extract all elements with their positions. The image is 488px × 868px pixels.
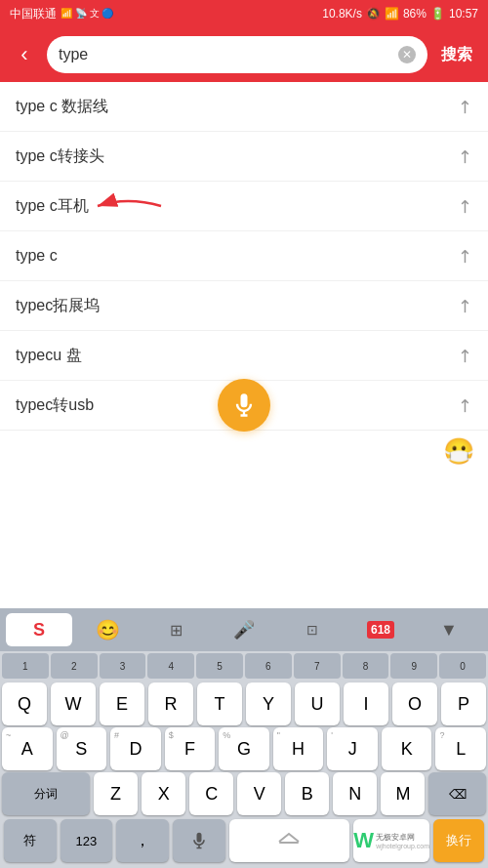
suggestion-item[interactable]: typec转usb ↗: [0, 381, 488, 430]
key-u[interactable]: U: [295, 682, 340, 725]
suggestion-item-annotated[interactable]: type c耳机 ↗: [0, 182, 488, 231]
618-label: 618: [367, 621, 394, 639]
key-z[interactable]: Z: [94, 772, 138, 815]
num-key-0[interactable]: 0: [439, 653, 486, 679]
status-right: 10.8K/s 🔕 📶 86% 🔋 10:57: [322, 7, 478, 21]
num-key-7[interactable]: 7: [294, 653, 341, 679]
suggestion-item[interactable]: type c转接头 ↗: [0, 132, 488, 182]
key-p[interactable]: P: [441, 682, 486, 725]
suggestion-item[interactable]: type c ↗: [0, 231, 488, 281]
enter-key[interactable]: 换行: [433, 819, 484, 862]
key-row-3: 分词 Z X C V B N M ⌫: [2, 772, 486, 815]
suggestions-list: type c 数据线 ↗ type c转接头 ↗ type c耳机 ↗ type…: [0, 82, 488, 431]
arrow-icon: ↗: [452, 393, 477, 418]
space-icon: [277, 832, 301, 849]
618-button[interactable]: 618: [347, 613, 414, 646]
signal-bar: 📶: [385, 7, 399, 21]
key-g[interactable]: %G: [219, 727, 269, 770]
comma-key[interactable]: ，: [116, 819, 169, 862]
key-c[interactable]: C: [189, 772, 233, 815]
apps-button[interactable]: ⊡: [279, 613, 346, 646]
key-k[interactable]: K: [382, 727, 432, 770]
suggestion-item[interactable]: typecu 盘 ↗: [0, 331, 488, 381]
num-key-5[interactable]: 5: [196, 653, 243, 679]
search-bar: ‹ ✕ 搜索: [0, 27, 488, 82]
suggestion-text: type c耳机: [16, 196, 89, 217]
symbol-key[interactable]: 符: [4, 819, 57, 862]
key-n[interactable]: N: [333, 772, 377, 815]
watermark-text: 无极安卓网 wjhotelgroup.com: [376, 832, 429, 849]
key-s[interactable]: @S: [57, 727, 107, 770]
num-key-2[interactable]: 2: [51, 653, 98, 679]
space-key[interactable]: [229, 819, 350, 862]
search-button[interactable]: 搜索: [435, 41, 478, 69]
num-key-3[interactable]: 3: [100, 653, 146, 679]
key-h[interactable]: "H: [273, 727, 324, 770]
clear-button[interactable]: ✕: [398, 46, 416, 63]
network-speed: 10.8K/s: [322, 7, 362, 21]
shift-key[interactable]: 分词: [2, 772, 90, 815]
main-key-area: Q W E R T Y U I O P ~A @S #D $F %G "H 'J…: [0, 681, 488, 817]
bottom-row: 符 123 ， W 无极安卓网 wjhotelgroup.com 换行: [0, 817, 488, 868]
key-row-1: Q W E R T Y U I O P: [2, 682, 486, 725]
carrier-label: 中国联通: [10, 6, 57, 22]
suggestion-text: type c 数据线: [16, 97, 108, 117]
delete-key[interactable]: ⌫: [428, 772, 486, 815]
emoji-button[interactable]: 😊: [74, 613, 141, 646]
key-o[interactable]: O: [392, 682, 437, 725]
num-key-1[interactable]: 1: [2, 653, 49, 679]
key-i[interactable]: I: [344, 682, 388, 725]
key-m[interactable]: M: [381, 772, 425, 815]
hide-keyboard-button[interactable]: ▼: [416, 613, 482, 646]
search-input[interactable]: [59, 46, 398, 63]
search-input-wrapper: ✕: [47, 36, 427, 73]
suggestion-item[interactable]: typec拓展坞 ↗: [0, 281, 488, 331]
key-a[interactable]: ~A: [2, 727, 53, 770]
mask-emoji: 😷: [443, 436, 474, 467]
key-b[interactable]: B: [285, 772, 329, 815]
arrow-icon: ↗: [452, 94, 477, 119]
back-button[interactable]: ‹: [10, 42, 39, 67]
w-logo: W: [353, 828, 374, 853]
mic-bottom-button[interactable]: [173, 819, 225, 862]
sougou-logo-button[interactable]: S: [6, 613, 72, 646]
key-d[interactable]: #D: [110, 727, 161, 770]
key-r[interactable]: R: [148, 682, 193, 725]
key-q[interactable]: Q: [2, 682, 47, 725]
key-w[interactable]: W: [51, 682, 96, 725]
voice-button[interactable]: [218, 379, 270, 432]
watermark-logo-area: W 无极安卓网 wjhotelgroup.com: [353, 819, 429, 862]
annotation-arrow: [88, 191, 166, 221]
suggestion-text: typecu 盘: [16, 346, 82, 366]
num-key-8[interactable]: 8: [343, 653, 389, 679]
voice-input-button[interactable]: 🎤: [211, 613, 277, 646]
key-l[interactable]: ?L: [435, 727, 486, 770]
num-key-9[interactable]: 9: [390, 653, 437, 679]
microphone-bottom-icon: [189, 831, 209, 850]
arrow-icon: ↗: [452, 293, 477, 318]
key-v[interactable]: V: [237, 772, 281, 815]
number-row: 1 2 3 4 5 6 7 8 9 0: [0, 651, 488, 681]
key-e[interactable]: E: [100, 682, 144, 725]
svg-rect-1: [279, 842, 299, 844]
arrow-icon: ↗: [452, 144, 477, 169]
battery-icon: 🔋: [430, 7, 445, 21]
status-left: 中国联通 📶 📡 文 🔵: [10, 6, 113, 22]
suggestion-text: type c: [16, 247, 58, 265]
key-y[interactable]: Y: [246, 682, 291, 725]
volume-icon: 🔕: [366, 7, 381, 21]
key-j[interactable]: 'J: [327, 727, 378, 770]
arrow-icon: ↗: [452, 343, 477, 368]
key-t[interactable]: T: [197, 682, 242, 725]
number-mode-key[interactable]: 123: [61, 819, 113, 862]
suggestion-item[interactable]: type c 数据线 ↗: [0, 82, 488, 132]
key-row-2: ~A @S #D $F %G "H 'J K ?L: [2, 727, 486, 770]
suggestion-text: typec拓展坞: [16, 296, 100, 316]
key-x[interactable]: X: [142, 772, 185, 815]
microphone-icon: [230, 392, 258, 419]
arrow-icon: ↗: [452, 193, 477, 219]
key-f[interactable]: $F: [165, 727, 216, 770]
keyboard-type-button[interactable]: ⊞: [142, 613, 209, 646]
num-key-4[interactable]: 4: [147, 653, 194, 679]
num-key-6[interactable]: 6: [245, 653, 292, 679]
